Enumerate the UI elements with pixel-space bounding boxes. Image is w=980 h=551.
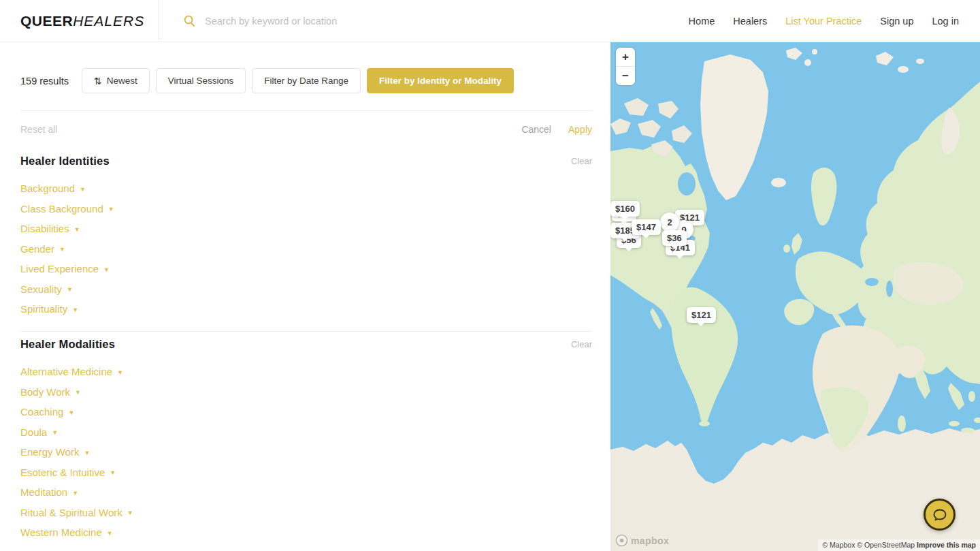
identity-filter-gender[interactable]: Gender▼ <box>20 243 65 255</box>
identity-filter-background[interactable]: Background▼ <box>20 183 86 194</box>
section-divider <box>20 331 592 332</box>
modality-filter-coaching[interactable]: Coaching▼ <box>20 406 74 418</box>
filter-link-label: Ritual & Spiritual Work <box>20 507 122 518</box>
filter-link-label: Energy Work <box>20 446 79 458</box>
modality-filter-body-work[interactable]: Body Work▼ <box>20 386 81 398</box>
filter-identity-modality-button[interactable]: Filter by Identity or Modality <box>367 68 514 93</box>
sort-arrows-icon: ⇅ <box>94 76 102 86</box>
modality-filter-alternative-medicine[interactable]: Alternative Medicine▼ <box>20 366 123 377</box>
chevron-down-icon: ▼ <box>108 204 114 212</box>
filter-link-label: Spirituality <box>20 303 67 315</box>
nav-link-healers[interactable]: Healers <box>733 16 767 27</box>
search-bar <box>159 0 689 42</box>
reset-all-link[interactable]: Reset all <box>20 124 57 135</box>
chevron-down-icon: ▼ <box>68 408 74 416</box>
identity-filter-spirituality[interactable]: Spirituality▼ <box>20 303 78 315</box>
nav-link-log-in[interactable]: Log in <box>932 16 959 27</box>
improve-this-map-link[interactable]: Improve this map <box>917 541 976 549</box>
identities-list: Background▼Class Background▼Disabilities… <box>20 183 592 315</box>
identity-filter-disabilities[interactable]: Disabilities▼ <box>20 223 80 234</box>
mapbox-logo-icon <box>615 534 628 547</box>
nav-link-home[interactable]: Home <box>689 16 715 27</box>
map-zoom-control: + − <box>616 48 635 85</box>
filter-link-label: Gender <box>20 243 54 255</box>
chevron-down-icon: ▼ <box>75 388 81 396</box>
chevron-down-icon: ▼ <box>84 448 90 456</box>
chevron-down-icon: ▼ <box>52 428 58 436</box>
filter-link-label: Class Background <box>20 203 103 215</box>
top-navbar: QUEERHEALERS HomeHealersList Your Practi… <box>0 0 980 42</box>
chat-widget-button[interactable] <box>924 499 956 531</box>
filter-date-range-button[interactable]: Filter by Date Range <box>252 68 361 93</box>
sort-newest-button[interactable]: ⇅ Newest <box>82 68 150 93</box>
chevron-down-icon: ▼ <box>107 529 113 537</box>
identity-filter-sexuality[interactable]: Sexuality▼ <box>20 283 73 295</box>
chevron-down-icon: ▼ <box>74 225 80 233</box>
price-marker-36[interactable]: $36 <box>662 230 687 246</box>
modalities-title: Healer Modalities <box>20 338 115 351</box>
chevron-down-icon: ▼ <box>59 245 65 253</box>
map-attribution: © Mapbox © OpenStreetMap Improve this ma… <box>818 539 980 551</box>
modalities-list: Alternative Medicine▼Body Work▼Coaching▼… <box>20 366 592 538</box>
modality-filter-doula[interactable]: Doula▼ <box>20 426 58 438</box>
filter-link-label: Disabilities <box>20 223 69 234</box>
results-count: 159 results <box>20 76 69 86</box>
price-marker-160[interactable]: $160 <box>610 201 640 217</box>
filter-card: Reset all Cancel Apply Healer Identities… <box>20 110 592 551</box>
site-logo[interactable]: QUEERHEALERS <box>20 13 144 29</box>
filter-link-label: Esoteric & Intuitive <box>20 467 105 478</box>
identity-filter-class-background[interactable]: Class Background▼ <box>20 203 114 215</box>
results-toolbar: 159 results ⇅ Newest Virtual Sessions Fi… <box>20 68 592 93</box>
filter-link-label: Meditation <box>20 486 67 498</box>
identities-title: Healer Identities <box>20 155 110 168</box>
main-nav: HomeHealersList Your PracticeSign upLog … <box>689 0 980 42</box>
attribution-mapbox-link[interactable]: © Mapbox <box>822 541 855 549</box>
nav-link-list-your-practice[interactable]: List Your Practice <box>785 16 862 27</box>
logo-queer: QUEER <box>20 13 73 29</box>
chat-bubble-icon <box>932 507 948 523</box>
logo-area: QUEERHEALERS <box>0 0 159 42</box>
chevron-down-icon: ▼ <box>117 368 123 376</box>
modality-filter-energy-work[interactable]: Energy Work▼ <box>20 446 90 458</box>
chevron-down-icon: ▼ <box>67 285 73 293</box>
modality-filter-meditation[interactable]: Meditation▼ <box>20 486 78 498</box>
zoom-in-button[interactable]: + <box>616 48 635 66</box>
filter-link-label: Sexuality <box>20 283 62 295</box>
map-canvas[interactable]: + − $96$160$56$185$1472$1219$36$141$121 … <box>610 42 980 551</box>
modality-filter-western-medicine[interactable]: Western Medicine▼ <box>20 526 113 538</box>
filter-link-label: Lived Experience <box>20 263 99 274</box>
world-map-graphic <box>610 42 980 551</box>
chevron-down-icon: ▼ <box>110 468 116 476</box>
nav-link-sign-up[interactable]: Sign up <box>880 16 913 27</box>
results-filter-panel: 159 results ⇅ Newest Virtual Sessions Fi… <box>0 42 610 551</box>
price-marker-121[interactable]: $121 <box>687 307 716 323</box>
main-content: 159 results ⇅ Newest Virtual Sessions Fi… <box>0 42 980 551</box>
sort-label: Newest <box>107 76 137 86</box>
chevron-down-icon: ▼ <box>72 488 78 497</box>
chevron-down-icon: ▼ <box>80 185 86 193</box>
filter-link-label: Background <box>20 183 75 194</box>
search-input[interactable] <box>205 16 436 27</box>
apply-link[interactable]: Apply <box>568 124 592 135</box>
filter-link-label: Doula <box>20 426 47 438</box>
chevron-down-icon: ▼ <box>103 265 110 273</box>
zoom-out-button[interactable]: − <box>616 67 635 85</box>
logo-healers: HEALERS <box>73 13 144 29</box>
attribution-osm-link[interactable]: © OpenStreetMap <box>857 541 915 549</box>
chevron-down-icon: ▼ <box>127 508 133 516</box>
identity-filter-lived-experience[interactable]: Lived Experience▼ <box>20 263 110 274</box>
chevron-down-icon: ▼ <box>72 305 78 313</box>
filter-link-label: Body Work <box>20 386 70 398</box>
virtual-sessions-button[interactable]: Virtual Sessions <box>156 68 246 93</box>
modality-filter-ritual-spiritual-work[interactable]: Ritual & Spiritual Work▼ <box>20 507 133 518</box>
modalities-clear-link[interactable]: Clear <box>571 339 592 349</box>
filter-link-label: Coaching <box>20 406 63 418</box>
modality-filter-esoteric-intuitive[interactable]: Esoteric & Intuitive▼ <box>20 467 116 478</box>
price-marker-147[interactable]: $147 <box>632 219 661 235</box>
cluster-marker-2[interactable]: 2 <box>660 212 679 232</box>
mapbox-logo[interactable]: mapbox <box>615 534 669 547</box>
identities-clear-link[interactable]: Clear <box>571 156 592 166</box>
filter-actions-row: Reset all Cancel Apply <box>20 124 592 135</box>
filter-link-label: Alternative Medicine <box>20 366 112 377</box>
cancel-link[interactable]: Cancel <box>521 124 551 135</box>
